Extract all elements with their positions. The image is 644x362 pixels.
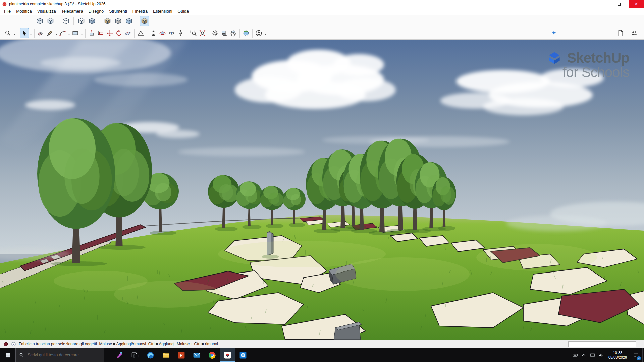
section-icon (124, 29, 131, 37)
sketchup-app-icon (2, 2, 7, 7)
taskbar-chrome-button[interactable] (204, 348, 220, 362)
style-back-edges-button[interactable] (46, 16, 55, 26)
model-info-tool-button[interactable] (211, 28, 220, 38)
info-icon[interactable]: i (11, 342, 16, 347)
taskbar-sketchup-button[interactable] (220, 348, 235, 362)
folder-icon (162, 351, 170, 359)
tools-toolbar (0, 27, 644, 40)
title-bar: planimetria completa sketchup 3 (2)* - S… (0, 0, 644, 8)
style-textured-button[interactable] (103, 16, 112, 26)
taskbar-ink-workspace-button[interactable] (112, 348, 127, 362)
account-dropdown-arrow[interactable] (264, 29, 267, 38)
look-around-tool-button[interactable] (167, 28, 176, 38)
geolocation-status-icon[interactable] (3, 342, 8, 347)
taskbar-clock[interactable]: 10:38 05/03/2026 (606, 348, 630, 362)
taskbar-mail-button[interactable] (189, 348, 204, 362)
style-shaded-button[interactable] (87, 16, 97, 26)
menu-file[interactable]: File (1, 8, 13, 14)
protractor-icon (137, 29, 144, 37)
toolbar-separator (34, 29, 35, 38)
eraser-tool-button[interactable] (36, 28, 45, 38)
style-scene-style-button[interactable] (140, 16, 149, 26)
menu-finestra[interactable]: Finestra (130, 8, 150, 14)
zoom-dropdown-arrow[interactable] (13, 29, 16, 38)
position-camera-tool-button[interactable] (149, 28, 158, 38)
rotate-tool-button[interactable] (114, 28, 123, 38)
tray-hidden-icons-button[interactable] (580, 348, 588, 362)
style-xray-button[interactable] (35, 16, 45, 26)
maximize-button[interactable] (611, 0, 627, 8)
minimize-button[interactable] (594, 0, 609, 8)
taskbar-task-view-button[interactable] (127, 348, 143, 362)
style-monochrome-cube-icon (114, 17, 122, 25)
arcs-tool-button[interactable] (58, 28, 67, 38)
start-button[interactable] (0, 348, 15, 362)
move-tool-button[interactable] (105, 28, 114, 38)
taskbar-file-explorer-button[interactable] (158, 348, 173, 362)
measurements-input[interactable] (568, 341, 636, 347)
menu-modifica[interactable]: Modifica (13, 8, 35, 14)
select-tool-button[interactable] (20, 28, 29, 38)
arcs-dropdown-arrow[interactable] (67, 29, 71, 38)
menu-disegno[interactable]: Disegno (86, 8, 106, 14)
axes-tool-button[interactable] (136, 28, 145, 38)
taskbar-search[interactable] (15, 348, 104, 362)
toolbar-separator (209, 29, 209, 38)
move-icon (106, 29, 113, 37)
style-back-edges-cube-icon (47, 17, 54, 25)
shapes-tool-button[interactable] (71, 28, 80, 38)
viewport-3d[interactable]: SketchUp for Schools (0, 40, 644, 340)
line-dropdown-arrow[interactable] (55, 29, 58, 38)
toolbar-separator (137, 17, 137, 25)
tray-network-button[interactable] (588, 348, 597, 362)
zoom-window-tool-button[interactable] (189, 28, 198, 38)
eraser-icon (37, 29, 44, 37)
toolbar-separator (134, 29, 135, 38)
menu-strumenti[interactable]: Strumenti (106, 8, 130, 14)
shapes-dropdown-arrow[interactable] (80, 29, 84, 38)
zoom-extents-icon (199, 29, 206, 37)
menu-telecamera[interactable]: Telecamera (59, 8, 86, 14)
logo-text-for-schools: for Schools (562, 64, 629, 80)
search-input[interactable] (27, 352, 101, 358)
toolbar-separator (58, 17, 58, 25)
zoom-extents-tool-button[interactable] (198, 28, 207, 38)
menu-visualizza[interactable]: Visualizza (35, 8, 59, 14)
style-monochrome-button[interactable] (113, 16, 123, 26)
show-desktop-button[interactable] (642, 348, 644, 362)
toolbar-separator (239, 29, 240, 38)
share-tool-button[interactable] (630, 28, 639, 38)
section-plane-tool-button[interactable] (123, 28, 132, 38)
close-button[interactable]: ✕ (629, 0, 644, 8)
account-tool-button[interactable] (254, 28, 263, 38)
svg-text:P: P (180, 353, 182, 358)
chrome-icon (208, 351, 216, 359)
geolocation-tool-button[interactable] (241, 28, 251, 38)
action-center-button[interactable]: 4 (630, 348, 642, 362)
menu-guida[interactable]: Guida (175, 8, 192, 14)
taskbar-edge-button[interactable] (143, 348, 158, 362)
line-tool-button[interactable] (45, 28, 54, 38)
powerpoint-icon: P (177, 351, 185, 359)
ai-assistant-button[interactable] (550, 28, 559, 38)
walk-tool-button[interactable] (176, 28, 185, 38)
style-sketchy-button[interactable] (124, 16, 134, 26)
orbit-tool-button[interactable] (158, 28, 167, 38)
sketchup-icon (223, 351, 232, 359)
select-dropdown-arrow[interactable] (29, 29, 33, 38)
taskbar-photos-button[interactable] (235, 348, 251, 362)
zoom-tool-button[interactable] (3, 28, 12, 38)
shadows-tool-button[interactable] (220, 28, 229, 38)
tray-touch-keyboard-button[interactable] (571, 348, 580, 362)
menu-estensioni[interactable]: Estensioni (150, 8, 175, 14)
system-tray: 10:38 05/03/2026 4 (571, 348, 644, 362)
push-pull-tool-button[interactable] (87, 28, 96, 38)
new-model-tool-button[interactable] (616, 28, 625, 38)
volume-icon (598, 352, 604, 358)
style-hidden-line-button[interactable] (76, 16, 86, 26)
tags-tool-button[interactable] (229, 28, 238, 38)
style-wireframe-button[interactable] (61, 16, 71, 26)
tray-volume-button[interactable] (597, 348, 606, 362)
offset-tool-button[interactable] (96, 28, 105, 38)
taskbar-powerpoint-button[interactable]: P (173, 348, 189, 362)
